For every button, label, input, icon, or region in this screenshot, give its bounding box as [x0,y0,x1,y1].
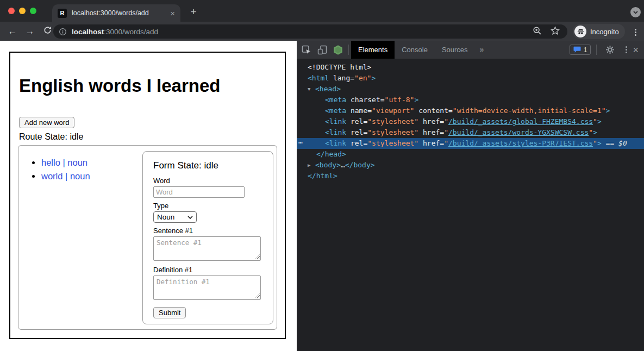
add-word-form: Form State: idle Word Type Noun Sentence… [142,151,273,324]
code-token-tag: </head> [316,150,346,158]
code-line[interactable]: <meta name="viewport" content="width=dev… [297,105,644,116]
code-token-attr: name [346,106,367,115]
forward-button[interactable]: → [24,26,35,37]
devtools-tab-elements[interactable]: Elements [351,41,395,59]
code-line[interactable]: </head> [297,149,644,160]
tab-search-button[interactable] [630,7,641,17]
definition-textarea[interactable] [153,275,261,300]
code-token-attr: rel [346,117,363,126]
form-state-text: Form State: idle [153,160,262,171]
code-token-val: " [589,128,593,136]
code-token-eq: = [350,74,354,82]
code-line[interactable]: ▶<body>…</body> [297,160,644,171]
inspect-element-button[interactable] [301,45,312,55]
window-fullscreen-button[interactable] [30,8,36,14]
code-line[interactable]: </html> [297,171,644,181]
browser-toolbar: ← → localhost:3000/words/add Incog [0,22,644,41]
code-token-eq: = [440,128,444,136]
browser-menu-button[interactable] [635,28,636,37]
zoom-page-button[interactable] [533,26,542,37]
issues-counter-button[interactable]: 1 [570,45,591,55]
code-line[interactable]: <link rel="stylesheet" href="/build/_ass… [297,127,644,138]
code-token-tag: <html [308,74,329,82]
code-token-tag: <link [325,128,346,136]
bookmark-button[interactable] [551,26,560,37]
code-token-eq: = [367,106,372,115]
address-bar[interactable]: localhost:3000/words/add [53,24,567,39]
word-link[interactable]: hello | noun [41,158,87,167]
route-state-text: Route State: idle [19,132,83,142]
code-token-link[interactable]: /build/_assets/words-YGXSWCSW.css [448,128,589,136]
word-list-item: world | noun [41,171,90,181]
code-token-attr: content [414,106,448,115]
code-line[interactable]: <html lang="en"> [297,73,644,84]
site-info-icon[interactable] [59,28,67,36]
reload-button[interactable] [42,26,53,36]
word-input[interactable] [153,186,245,198]
browser-tab[interactable]: R localhost:3000/words/add × [52,4,180,22]
devtools-menu-button[interactable] [626,45,627,54]
code-token-tag: > [606,106,610,115]
code-token-val: "utf-8" [385,96,415,104]
code-token-tag: > [593,128,597,136]
code-token-tag: <head> [315,85,341,93]
tab-close-icon[interactable]: × [170,9,175,17]
devtools-tabs: ElementsConsoleSources [351,41,475,59]
code-token-eq: = [440,139,444,147]
devtools-panel: ElementsConsoleSources » 1 × <!DOCTYPE h… [297,41,644,351]
code-token-link[interactable]: /build/_assets/global-FHZEMBS4.css [448,117,593,126]
code-token-link[interactable]: /build/_assets/styles-P3R7IEST.css [448,139,593,147]
collapse-arrow-icon[interactable]: ▼ [308,84,315,95]
line-menu-icon[interactable]: ⋯ [298,137,303,148]
code-token-tag: <meta [325,96,346,104]
code-line[interactable]: ⋯<link rel="stylesheet" href="/build/_as… [297,138,644,149]
word-link[interactable]: world | noun [41,171,90,181]
code-token-attr: charset [346,96,380,104]
code-line[interactable]: <meta charset="utf-8"> [297,95,644,105]
issues-bubble-icon [573,46,581,53]
devtools-settings-button[interactable] [604,45,615,55]
code-token-eq: = [440,117,444,126]
code-line[interactable]: ▼<head> [297,84,644,95]
devtools-tab-sources[interactable]: Sources [435,41,475,59]
tab-title: localhost:3000/words/add [72,9,167,17]
devtools-close-button[interactable]: × [633,45,639,55]
new-tab-button[interactable]: + [187,5,200,18]
url-host: localhost [72,28,104,36]
type-select[interactable]: Noun [153,211,197,223]
code-token-val: " [444,139,448,147]
submit-button[interactable]: Submit [153,307,186,318]
app-container: English words I learned Add new word Rou… [9,52,286,339]
code-token-attr: rel [346,128,363,136]
code-token-attr: href [418,139,440,147]
chevron-down-icon [187,216,193,219]
node-devtools-button[interactable] [333,45,343,55]
code-token-eq: = [448,106,453,115]
back-button[interactable]: ← [7,26,18,37]
code-token-tag: <link [325,139,346,147]
sentence-textarea[interactable] [153,236,261,261]
code-token-tag: > [597,117,602,126]
more-tabs-button[interactable]: » [475,41,489,59]
code-token-attr: rel [346,139,363,147]
page-viewport: English words I learned Add new word Rou… [0,41,297,351]
window-minimize-button[interactable] [19,8,26,14]
tab-strip: R localhost:3000/words/add × + [0,0,644,22]
code-line[interactable]: <!DOCTYPE html> [297,62,644,73]
device-toolbar-button[interactable] [317,45,328,55]
word-label: Word [153,177,262,185]
url-path: :3000/words/add [104,28,158,36]
remix-favicon-icon: R [58,9,67,18]
add-new-word-button[interactable]: Add new word [19,117,74,128]
code-token-attr: href [418,117,440,126]
code-line[interactable]: <link rel="stylesheet" href="/build/_ass… [297,116,644,127]
expand-arrow-icon[interactable]: ▶ [308,160,315,171]
code-token-val: "viewport" [372,106,414,115]
incognito-label: Incognito [590,28,619,36]
code-token-val: " [593,139,597,147]
code-token-eqeq: == [602,139,618,147]
devtools-toolbar: ElementsConsoleSources » 1 × [297,41,644,59]
code-token-val: "stylesheet" [367,128,418,136]
devtools-tab-console[interactable]: Console [395,41,435,59]
window-close-button[interactable] [8,8,15,14]
